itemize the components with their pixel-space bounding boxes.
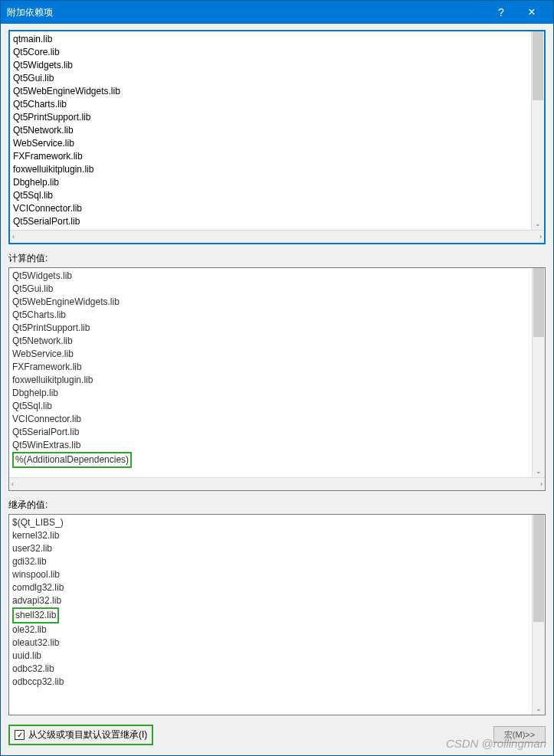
scrollbar-thumb[interactable] xyxy=(533,31,543,100)
scroll-left-icon[interactable]: ‹ xyxy=(11,480,14,488)
computed-label: 计算的值: xyxy=(8,252,546,265)
list-item: Qt5WinExtras.lib xyxy=(12,439,529,452)
list-item: Qt5Widgets.lib xyxy=(12,270,529,283)
highlighted-lib: shell32.lib xyxy=(12,607,59,623)
dialog-content: qtmain.lib Qt5Core.lib Qt5Widgets.lib Qt… xyxy=(1,24,553,755)
list-item: comdlg32.lib xyxy=(12,581,529,594)
list-item: Qt5PrintSupport.lib xyxy=(12,322,529,335)
scroll-down-icon[interactable]: ⌄ xyxy=(533,702,545,715)
inherited-label: 继承的值: xyxy=(8,499,546,512)
list-item: WebService.lib xyxy=(12,348,529,361)
list-item: Qt5Gui.lib xyxy=(12,283,529,296)
list-item: FXFramework.lib xyxy=(12,361,529,374)
vertical-scrollbar[interactable]: ⌄ xyxy=(532,268,545,477)
scroll-down-icon[interactable]: ⌄ xyxy=(533,464,545,477)
scroll-down-icon[interactable]: ⌄ xyxy=(532,217,544,230)
horizontal-scrollbar[interactable]: ‹ › xyxy=(9,477,545,490)
list-item: winspool.lib xyxy=(12,568,529,581)
list-item: Qt5Network.lib xyxy=(12,335,529,348)
list-item: Qt5WebEngineWidgets.lib xyxy=(12,296,529,309)
list-item: Dbghelp.lib xyxy=(12,387,529,400)
dialog-window: 附加依赖项 ? × qtmain.lib Qt5Core.lib Qt5Widg… xyxy=(0,0,554,756)
list-item: Qt5SerialPort.lib xyxy=(12,426,529,439)
dependencies-input[interactable]: qtmain.lib Qt5Core.lib Qt5Widgets.lib Qt… xyxy=(8,30,546,244)
list-item: %(AdditionalDependencies) xyxy=(12,452,529,468)
scroll-left-icon[interactable]: ‹ xyxy=(12,233,15,241)
computed-values-box: Qt5Widgets.libQt5Gui.libQt5WebEngineWidg… xyxy=(8,267,546,491)
list-item: ole32.lib xyxy=(12,623,529,637)
computed-text: Qt5Widgets.libQt5Gui.libQt5WebEngineWidg… xyxy=(9,268,532,477)
highlighted-macro: %(AdditionalDependencies) xyxy=(12,452,132,468)
list-item: kernel32.lib xyxy=(12,529,529,542)
scroll-right-icon[interactable]: › xyxy=(539,233,542,241)
inherit-checkbox-wrap[interactable]: ✓ 从父级或项目默认设置继承(I) xyxy=(8,725,153,745)
list-item: VCIConnector.lib xyxy=(12,413,529,426)
list-item: shell32.lib xyxy=(12,607,529,623)
list-item: uuid.lib xyxy=(12,650,529,663)
inherit-checkbox-label: 从父级或项目默认设置继承(I) xyxy=(28,728,147,741)
list-item: Qt5Sql.lib xyxy=(12,400,529,413)
scroll-right-icon[interactable]: › xyxy=(540,480,543,488)
vertical-scrollbar[interactable]: ⌄ xyxy=(531,31,544,230)
list-item: oleaut32.lib xyxy=(12,637,529,650)
inherited-text: $(Qt_LIBS_)kernel32.libuser32.libgdi32.l… xyxy=(9,515,532,715)
macros-button[interactable]: 宏(M)>> xyxy=(493,726,546,743)
inherited-values-box: $(Qt_LIBS_)kernel32.libuser32.libgdi32.l… xyxy=(8,514,546,715)
list-item: odbc32.lib xyxy=(12,663,529,676)
list-item: foxwelluikitplugin.lib xyxy=(12,374,529,387)
list-item: gdi32.lib xyxy=(12,555,529,568)
scrollbar-thumb[interactable] xyxy=(533,268,544,337)
inherit-checkbox[interactable]: ✓ xyxy=(15,730,25,740)
window-title: 附加依赖项 xyxy=(7,6,486,19)
list-item: advapi32.lib xyxy=(12,594,529,607)
footer-row: ✓ 从父级或项目默认设置继承(I) 宏(M)>> xyxy=(8,725,546,745)
list-item: odbccp32.lib xyxy=(12,676,529,689)
list-item: user32.lib xyxy=(12,542,529,555)
list-item: Qt5Charts.lib xyxy=(12,309,529,322)
close-button[interactable]: × xyxy=(516,5,547,19)
dependencies-text[interactable]: qtmain.lib Qt5Core.lib Qt5Widgets.lib Qt… xyxy=(10,31,531,230)
scrollbar-thumb[interactable] xyxy=(533,515,544,622)
list-item: $(Qt_LIBS_) xyxy=(12,516,529,529)
help-button[interactable]: ? xyxy=(486,6,516,18)
vertical-scrollbar[interactable]: ⌄ xyxy=(532,515,545,715)
horizontal-scrollbar[interactable]: ‹ › xyxy=(10,230,544,243)
titlebar: 附加依赖项 ? × xyxy=(1,1,553,24)
